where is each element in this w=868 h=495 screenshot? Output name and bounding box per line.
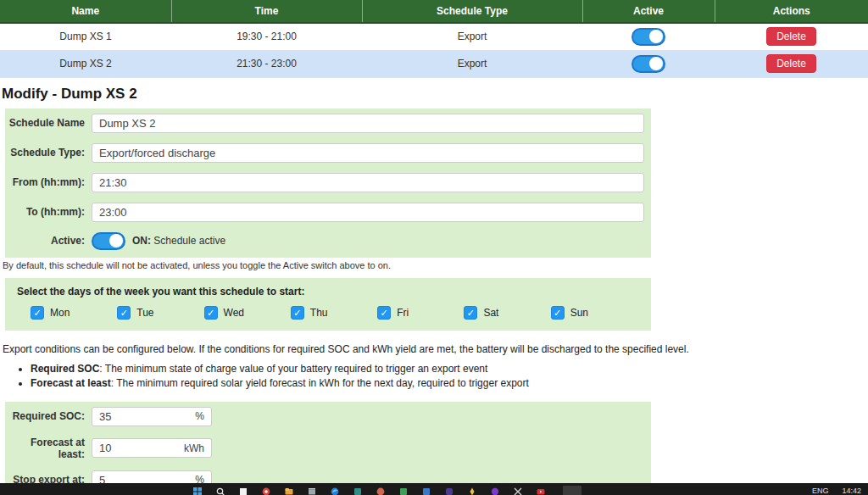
- toggle-knob: [109, 234, 123, 248]
- toggle-knob: [649, 30, 663, 43]
- forecast-group: kWh: [92, 438, 212, 458]
- page-title: Modify - Dump XS 2: [2, 86, 868, 103]
- schedule-table: Name Time Schedule Type Active Actions D…: [0, 0, 868, 78]
- powerpoint-icon[interactable]: [376, 486, 385, 495]
- active-toggle[interactable]: [632, 28, 665, 46]
- checkbox-checked-icon[interactable]: [464, 306, 477, 320]
- condition-bullet: Required SOC: The minimum state of charg…: [31, 363, 868, 375]
- teams-icon[interactable]: [353, 486, 362, 495]
- clock[interactable]: 14:42: [842, 487, 861, 495]
- day-checkbox-tue[interactable]: Tue: [117, 306, 203, 320]
- days-panel: Select the days of the week you want thi…: [5, 278, 651, 331]
- condition-bullet: Forecast at least: The minimum required …: [31, 377, 868, 389]
- delete-button[interactable]: Delete: [766, 54, 816, 73]
- cell-name: Dump XS 1: [0, 23, 171, 50]
- keyboard-icon[interactable]: [563, 486, 581, 495]
- file-explorer-icon[interactable]: [285, 486, 293, 495]
- header-schedule-type: Schedule Type: [362, 0, 582, 23]
- day-checkbox-thu[interactable]: Thu: [291, 306, 377, 320]
- cell-time: 21:30 - 23:00: [171, 50, 362, 77]
- schedule-name-input[interactable]: [92, 114, 644, 133]
- toggle-knob: [649, 57, 663, 70]
- required-soc-label: Required SOC:: [5, 410, 85, 422]
- activation-note: By default, this schedule will not be ac…: [3, 260, 868, 270]
- conditions-form-panel: Required SOC: % Forecast at least: kWh S…: [5, 402, 651, 495]
- word-icon[interactable]: [422, 486, 431, 495]
- cell-schedule-type: Export: [362, 50, 582, 77]
- discord-icon[interactable]: [445, 486, 453, 495]
- schedule-type-label: Schedule Type:: [5, 147, 85, 159]
- delete-button[interactable]: Delete: [766, 27, 816, 46]
- forecast-unit: kWh: [184, 442, 204, 454]
- active-toggle[interactable]: [632, 55, 665, 73]
- edge-icon[interactable]: [331, 486, 339, 495]
- cell-schedule-type: Export: [362, 23, 582, 50]
- day-checkbox-sat[interactable]: Sat: [464, 306, 550, 320]
- table-row[interactable]: Dump XS 2 21:30 - 23:00 Export Delete: [0, 50, 868, 77]
- checkbox-checked-icon[interactable]: [31, 306, 44, 320]
- days-title: Select the days of the week you want thi…: [17, 286, 651, 298]
- forecast-label: Forecast at least:: [5, 437, 85, 460]
- onenote-icon[interactable]: [491, 486, 499, 495]
- modify-form-panel: Schedule Name Schedule Type: From (hh:mm…: [5, 108, 651, 258]
- checkbox-checked-icon[interactable]: [117, 306, 131, 320]
- active-label: Active:: [5, 235, 85, 247]
- search-icon[interactable]: [216, 486, 225, 495]
- schedule-name-label: Schedule Name: [5, 117, 85, 129]
- header-actions: Actions: [715, 0, 868, 23]
- windows-taskbar: ENG 14:42: [0, 483, 868, 495]
- from-time-label: From (hh:mm):: [5, 176, 85, 188]
- taskview-icon[interactable]: [239, 486, 248, 495]
- to-time-label: To (hh:mm):: [5, 206, 85, 218]
- x-icon[interactable]: [514, 486, 522, 495]
- day-checkbox-fri[interactable]: Fri: [377, 306, 464, 320]
- schedule-type-input[interactable]: [92, 143, 644, 163]
- firefox-icon[interactable]: [468, 486, 476, 495]
- days-row: Mon Tue Wed Thu Fri Sat Sun: [5, 306, 651, 330]
- header-active: Active: [582, 0, 715, 23]
- youtube-icon[interactable]: [537, 486, 545, 495]
- checkbox-checked-icon[interactable]: [551, 306, 565, 320]
- required-soc-unit: %: [195, 410, 204, 422]
- language-indicator[interactable]: ENG: [812, 487, 829, 495]
- table-row[interactable]: Dump XS 1 19:30 - 21:00 Export Delete: [0, 23, 868, 50]
- forecast-input[interactable]: [99, 442, 184, 454]
- start-icon[interactable]: [193, 486, 202, 495]
- active-toggle[interactable]: [92, 232, 125, 250]
- table-header-row: Name Time Schedule Type Active Actions: [0, 0, 868, 23]
- excel-icon[interactable]: [399, 486, 408, 495]
- from-time-input[interactable]: [92, 173, 644, 192]
- day-checkbox-mon[interactable]: Mon: [31, 306, 117, 320]
- header-time: Time: [171, 0, 362, 23]
- required-soc-input[interactable]: [99, 410, 195, 423]
- chrome-icon[interactable]: [262, 486, 270, 495]
- to-time-input[interactable]: [92, 203, 644, 222]
- store-icon[interactable]: [308, 486, 316, 495]
- checkbox-checked-icon[interactable]: [291, 306, 304, 320]
- day-checkbox-sun[interactable]: Sun: [551, 306, 637, 320]
- cell-time: 19:30 - 21:00: [171, 23, 362, 50]
- checkbox-checked-icon[interactable]: [204, 306, 218, 320]
- export-conditions-intro: Export conditions can be configured belo…: [3, 343, 868, 355]
- export-conditions-list: Required SOC: The minimum state of charg…: [17, 363, 868, 389]
- required-soc-group: %: [92, 407, 212, 426]
- active-state-text: ON: Schedule active: [132, 235, 225, 247]
- day-checkbox-wed[interactable]: Wed: [204, 306, 291, 320]
- checkbox-checked-icon[interactable]: [377, 306, 391, 320]
- cell-name: Dump XS 2: [0, 50, 171, 77]
- header-name: Name: [0, 0, 171, 23]
